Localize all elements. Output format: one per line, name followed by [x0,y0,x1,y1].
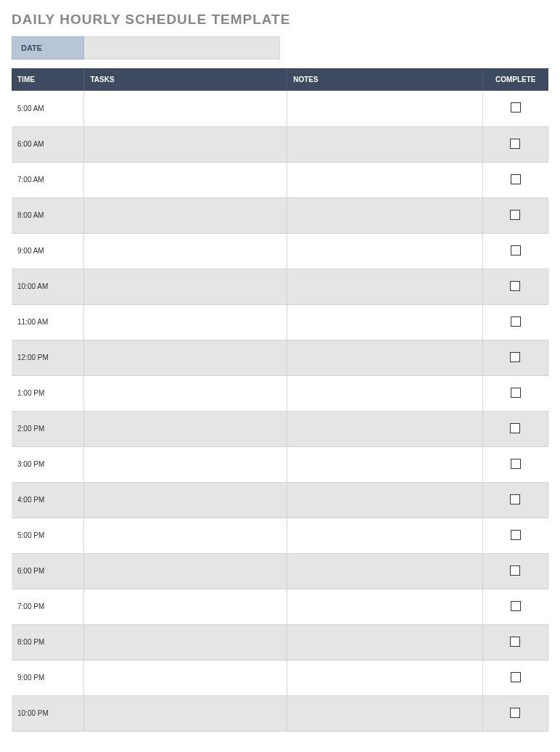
cell-tasks[interactable] [84,162,287,197]
complete-checkbox[interactable] [510,139,520,149]
cell-tasks[interactable] [84,624,287,660]
cell-complete [482,126,548,162]
cell-tasks[interactable] [84,553,287,589]
cell-tasks[interactable] [84,589,287,624]
cell-complete [482,162,548,197]
complete-checkbox[interactable] [510,637,520,647]
complete-checkbox[interactable] [511,459,521,469]
cell-tasks[interactable] [84,695,287,731]
cell-time: 10:00 PM [12,695,84,731]
cell-tasks[interactable] [84,304,287,340]
cell-notes[interactable] [287,695,483,731]
cell-tasks[interactable] [84,197,287,233]
cell-notes[interactable] [287,660,483,695]
complete-checkbox[interactable] [510,352,520,362]
cell-complete [482,340,548,375]
table-row: 6:00 PM [12,553,548,589]
complete-checkbox[interactable] [511,245,521,256]
cell-complete [482,518,548,553]
cell-tasks[interactable] [84,269,287,304]
complete-checkbox[interactable] [510,708,520,718]
complete-checkbox[interactable] [511,102,521,113]
complete-checkbox[interactable] [511,530,521,540]
table-row: 1:00 PM [12,375,548,411]
table-row: 4:00 PM [12,482,548,518]
cell-tasks[interactable] [84,660,287,695]
complete-checkbox[interactable] [510,210,520,220]
cell-notes[interactable] [287,162,483,197]
cell-complete [482,197,548,233]
cell-complete [482,233,548,269]
cell-complete [482,91,548,126]
cell-time: 2:00 PM [12,411,84,446]
table-row: 6:00 AM [12,126,548,162]
cell-time: 8:00 AM [12,197,84,233]
cell-notes[interactable] [287,624,483,660]
cell-notes[interactable] [287,233,483,269]
table-row: 7:00 PM [12,589,548,624]
cell-notes[interactable] [287,411,483,446]
complete-checkbox[interactable] [510,494,520,504]
table-row: 3:00 PM [12,446,548,482]
cell-notes[interactable] [287,589,483,624]
cell-notes[interactable] [287,553,483,589]
complete-checkbox[interactable] [510,281,520,291]
table-row: 8:00 AM [12,197,548,233]
table-row: 11:00 AM [12,304,548,340]
cell-tasks[interactable] [84,411,287,446]
table-row: 5:00 AM [12,91,548,126]
complete-checkbox[interactable] [511,316,521,327]
table-header-row: TIME TASKS NOTES COMPLETE [12,68,548,91]
table-row: 2:00 PM [12,411,548,446]
cell-time: 9:00 PM [12,660,84,695]
cell-time: 6:00 AM [12,126,84,162]
cell-complete [482,304,548,340]
cell-notes[interactable] [287,91,483,126]
complete-checkbox[interactable] [511,388,521,398]
cell-time: 5:00 AM [12,91,84,126]
complete-checkbox[interactable] [511,601,521,611]
cell-notes[interactable] [287,304,483,340]
table-body: 5:00 AM6:00 AM7:00 AM8:00 AM9:00 AM10:00… [12,91,548,731]
header-complete: COMPLETE [482,68,548,91]
table-row: 5:00 PM [12,518,548,553]
cell-time: 5:00 PM [12,518,84,553]
cell-tasks[interactable] [84,126,287,162]
page-title: DAILY HOURLY SCHEDULE TEMPLATE [12,12,548,28]
table-row: 9:00 PM [12,660,548,695]
date-input[interactable] [84,36,280,60]
cell-notes[interactable] [287,197,483,233]
schedule-table: TIME TASKS NOTES COMPLETE 5:00 AM6:00 AM… [12,68,548,732]
header-notes: NOTES [287,68,483,91]
complete-checkbox[interactable] [510,423,520,433]
cell-complete [482,589,548,624]
complete-checkbox[interactable] [510,565,520,576]
cell-complete [482,411,548,446]
cell-time: 9:00 AM [12,233,84,269]
cell-time: 11:00 AM [12,304,84,340]
cell-notes[interactable] [287,340,483,375]
cell-complete [482,624,548,660]
cell-notes[interactable] [287,269,483,304]
cell-tasks[interactable] [84,91,287,126]
cell-complete [482,269,548,304]
cell-notes[interactable] [287,482,483,518]
cell-tasks[interactable] [84,446,287,482]
cell-time: 4:00 PM [12,482,84,518]
header-time: TIME [12,68,84,91]
cell-tasks[interactable] [84,482,287,518]
cell-notes[interactable] [287,446,483,482]
cell-time: 1:00 PM [12,375,84,411]
cell-tasks[interactable] [84,518,287,553]
cell-notes[interactable] [287,518,483,553]
cell-notes[interactable] [287,126,483,162]
cell-tasks[interactable] [84,233,287,269]
cell-complete [482,660,548,695]
cell-tasks[interactable] [84,340,287,375]
cell-complete [482,375,548,411]
table-row: 7:00 AM [12,162,548,197]
cell-notes[interactable] [287,375,483,411]
complete-checkbox[interactable] [511,174,521,184]
cell-tasks[interactable] [84,375,287,411]
complete-checkbox[interactable] [511,672,521,682]
